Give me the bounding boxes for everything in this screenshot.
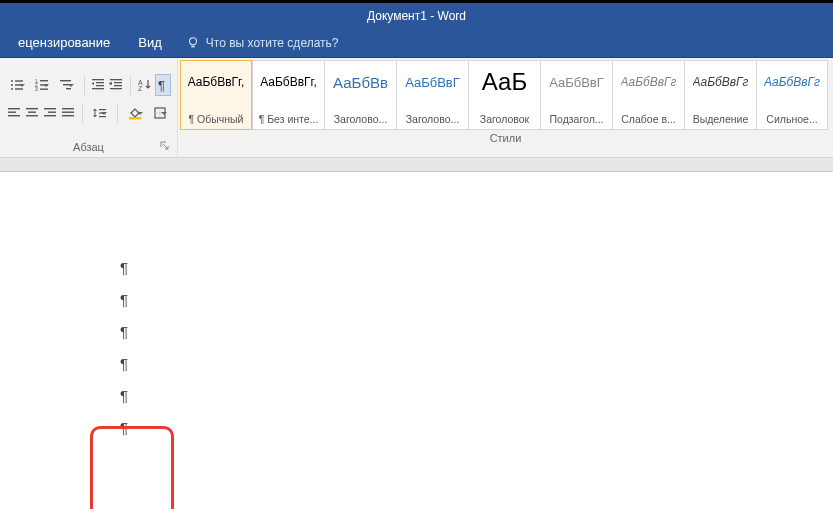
svg-rect-31 [28,111,36,112]
svg-rect-2 [15,80,23,81]
svg-rect-38 [62,115,74,116]
increase-indent-button[interactable] [108,74,124,96]
style-preview: АаБбВвГг, [260,65,317,99]
svg-rect-19 [92,88,104,89]
svg-rect-39 [99,109,106,110]
style-item[interactable]: АаБбВвГЗаголово... [396,60,468,130]
line-spacing-button[interactable] [89,102,112,124]
numbering-button[interactable]: 123 [31,74,54,96]
svg-rect-35 [44,115,56,116]
justify-button[interactable] [60,102,76,124]
style-preview: АаБбВвГг [764,65,820,99]
svg-rect-32 [26,115,38,116]
svg-rect-23 [110,88,122,89]
svg-rect-6 [15,88,23,89]
svg-text:Z: Z [138,85,143,92]
svg-rect-41 [99,116,106,117]
paragraph-line[interactable]: ¶ [120,348,833,380]
paragraph-line[interactable]: ¶ [120,316,833,348]
pilcrow-mark: ¶ [120,387,128,404]
svg-rect-40 [99,112,106,113]
paragraph-line[interactable]: ¶ [120,284,833,316]
paragraph-line[interactable]: ¶ [120,412,833,444]
style-preview: АаБбВвГг, [188,65,245,99]
document-page[interactable]: ¶¶¶¶¶¶ [0,172,833,509]
style-item[interactable]: АаБбВвГгСлабое в... [612,60,684,130]
pilcrow-mark: ¶ [120,323,128,340]
style-item[interactable]: АаБбВвГг,¶ Обычный [180,60,252,130]
group-paragraph: 123 AZ [0,58,178,157]
svg-rect-17 [96,82,104,83]
style-label: Сильное... [759,113,825,125]
ribbon: 123 AZ [0,58,833,158]
style-preview: АаБбВвГг [693,65,749,99]
svg-rect-21 [114,82,122,83]
style-item[interactable]: АаБбВвГг,¶ Без инте... [252,60,324,130]
group-paragraph-title: Абзац [0,139,177,157]
svg-point-5 [11,88,13,90]
style-label: Выделение [687,113,754,125]
style-preview: АаБбВвГг [621,65,677,99]
style-preview: АаБбВвГ [549,65,604,99]
ribbon-tabs: ецензирование Вид Что вы хотите сделать? [0,28,833,58]
style-preview: АаБбВвГ [405,65,460,99]
style-item[interactable]: АаБбВвГгСильное... [756,60,828,130]
svg-rect-20 [110,79,122,80]
paragraph-line[interactable]: ¶ [120,380,833,412]
style-preview: АаБ [482,65,527,99]
pilcrow-mark: ¶ [120,259,128,276]
svg-rect-33 [44,108,56,109]
align-right-button[interactable] [42,102,58,124]
svg-rect-30 [26,108,38,109]
svg-rect-4 [15,84,23,85]
svg-rect-13 [60,80,71,81]
document-area: ¶¶¶¶¶¶ [0,158,833,509]
svg-rect-12 [40,88,48,89]
separator [84,75,85,95]
style-item[interactable]: АаБбВвГПодзагол... [540,60,612,130]
pilcrow-mark: ¶ [120,355,128,372]
svg-rect-15 [66,88,71,89]
svg-rect-28 [8,111,16,112]
title-bar: Документ1 - Word [0,0,833,28]
svg-rect-22 [114,85,122,86]
style-label: Слабое в... [615,113,682,125]
tell-me-search[interactable]: Что вы хотите сделать? [186,36,339,50]
svg-rect-29 [8,115,20,116]
style-label: ¶ Обычный [183,113,249,125]
show-paragraph-marks-button[interactable]: ¶ [155,74,171,96]
tab-view[interactable]: Вид [126,29,174,56]
style-label: Заголово... [399,113,466,125]
document-title: Документ1 - Word [367,9,466,23]
separator [117,103,118,123]
shading-button[interactable] [124,102,147,124]
decrease-indent-button[interactable] [90,74,106,96]
align-left-button[interactable] [6,102,22,124]
multilevel-list-button[interactable] [55,74,78,96]
align-center-button[interactable] [24,102,40,124]
svg-text:3: 3 [35,86,38,92]
svg-rect-18 [96,85,104,86]
svg-rect-10 [40,84,48,85]
sort-button[interactable]: AZ [137,74,153,96]
svg-point-3 [11,84,13,86]
styles-gallery[interactable]: АаБбВвГг,¶ ОбычныйАаБбВвГг,¶ Без инте...… [178,58,833,130]
bullets-button[interactable] [6,74,29,96]
svg-rect-37 [62,111,74,112]
tab-review[interactable]: ецензирование [6,29,122,56]
paragraph-line[interactable]: ¶ [120,252,833,284]
pilcrow-mark: ¶ [120,291,128,308]
group-styles-title: Стили [178,130,833,148]
group-styles: АаБбВвГг,¶ ОбычныйАаБбВвГг,¶ Без инте...… [178,58,833,157]
style-item[interactable]: АаБЗаголовок [468,60,540,130]
lightbulb-icon [186,36,200,50]
paragraph-dialog-launcher-icon[interactable] [159,140,173,154]
pilcrow-mark: ¶ [120,419,128,436]
style-item[interactable]: АаБбВвГгВыделение [684,60,756,130]
style-item[interactable]: АаБбВвЗаголово... [324,60,396,130]
borders-button[interactable] [149,102,172,124]
svg-rect-14 [63,84,71,85]
svg-rect-8 [40,80,48,81]
style-label: Заголовок [471,113,538,125]
style-label: Заголово... [327,113,394,125]
